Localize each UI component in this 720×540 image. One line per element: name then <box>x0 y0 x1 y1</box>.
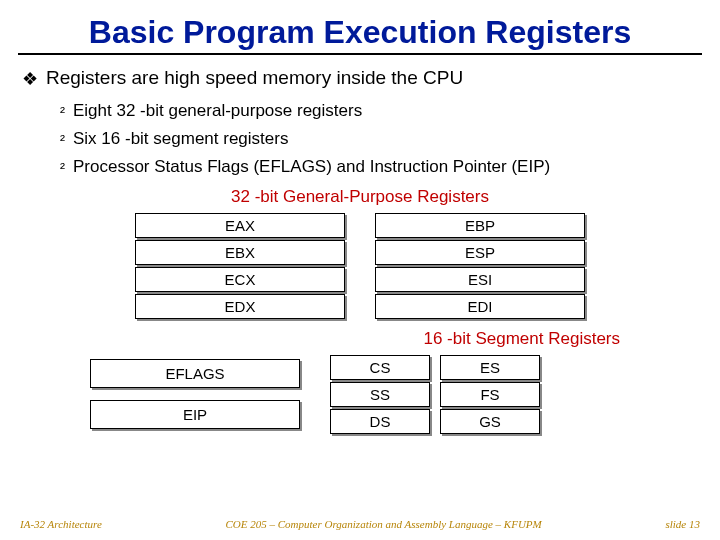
register-box: ECX <box>135 267 345 292</box>
register-box: EBP <box>375 213 585 238</box>
bullet-text: Eight 32 -bit general-purpose registers <box>73 101 362 121</box>
bullet-text: Registers are high speed memory inside t… <box>46 67 463 89</box>
bottom-register-area: EFLAGS EIP CS ES SS FS DS GS <box>90 355 630 434</box>
register-box: ESP <box>375 240 585 265</box>
gp-left-column: EAX EBX ECX EDX <box>135 213 345 321</box>
bullet-lvl1: ❖ Registers are high speed memory inside… <box>22 67 698 91</box>
footer-right: slide 13 <box>665 518 700 530</box>
register-box: ESI <box>375 267 585 292</box>
slide-footer: IA-32 Architecture COE 205 – Computer Or… <box>0 518 720 530</box>
diamond-open-icon: ² <box>60 129 65 151</box>
bullet-text: Processor Status Flags (EFLAGS) and Inst… <box>73 157 550 177</box>
segment-grid: CS ES SS FS DS GS <box>330 355 540 434</box>
seg-heading: 16 -bit Segment Registers <box>0 329 620 349</box>
diamond-open-icon: ² <box>60 101 65 123</box>
register-box: EDX <box>135 294 345 319</box>
register-box: EDI <box>375 294 585 319</box>
diamond-open-icon: ² <box>60 157 65 179</box>
register-box: EAX <box>135 213 345 238</box>
bullet-lvl2: ² Eight 32 -bit general-purpose register… <box>60 101 698 123</box>
segment-box: GS <box>440 409 540 434</box>
eflags-box: EFLAGS <box>90 359 300 388</box>
bullet-lvl2: ² Six 16 -bit segment registers <box>60 129 698 151</box>
gp-heading: 32 -bit General-Purpose Registers <box>0 187 720 207</box>
segment-box: FS <box>440 382 540 407</box>
status-column: EFLAGS EIP <box>90 359 300 429</box>
segment-box: CS <box>330 355 430 380</box>
gp-register-area: EAX EBX ECX EDX EBP ESP ESI EDI <box>90 213 630 321</box>
footer-left: IA-32 Architecture <box>20 518 102 530</box>
slide-title: Basic Program Execution Registers <box>18 0 702 55</box>
segment-box: ES <box>440 355 540 380</box>
diamond-bullet-icon: ❖ <box>22 67 38 91</box>
bullet-text: Six 16 -bit segment registers <box>73 129 288 149</box>
register-box: EBX <box>135 240 345 265</box>
footer-center: COE 205 – Computer Organization and Asse… <box>102 518 666 530</box>
gp-right-column: EBP ESP ESI EDI <box>375 213 585 321</box>
eip-box: EIP <box>90 400 300 429</box>
segment-box: DS <box>330 409 430 434</box>
bullet-lvl2: ² Processor Status Flags (EFLAGS) and In… <box>60 157 698 179</box>
bullet-list: ❖ Registers are high speed memory inside… <box>22 67 698 179</box>
segment-box: SS <box>330 382 430 407</box>
